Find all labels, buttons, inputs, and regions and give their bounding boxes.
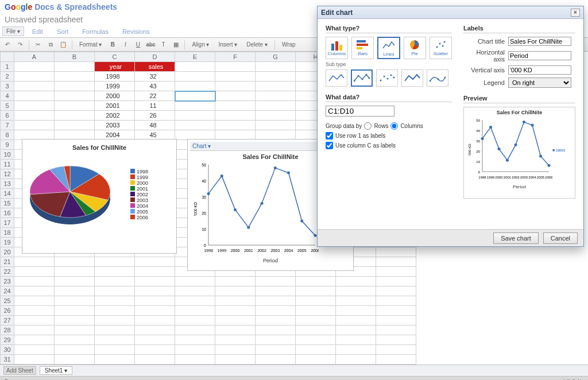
legend-select[interactable]: On right: [508, 77, 571, 88]
add-sheet-button[interactable]: Add Sheet: [3, 366, 36, 375]
legend-label: Legend: [463, 79, 505, 86]
svg-text:1998: 1998: [204, 249, 213, 253]
svg-text:2002: 2002: [257, 249, 266, 253]
align-menu[interactable]: Align ▾: [188, 41, 212, 48]
formulas-menu[interactable]: Formulas: [76, 26, 114, 37]
paste-icon[interactable]: 📋: [58, 40, 68, 50]
svg-point-7: [247, 226, 250, 229]
product-name: Docs & Spreadsheets: [34, 2, 117, 11]
svg-point-33: [436, 46, 438, 48]
type-columns[interactable]: Columns: [326, 37, 348, 59]
svg-point-11: [274, 166, 277, 169]
svg-point-43: [384, 76, 385, 77]
sheet-tab[interactable]: Sheet1 ▾: [40, 366, 72, 375]
file-menu[interactable]: File ▾: [2, 26, 24, 36]
use-row1-checkbox[interactable]: [326, 132, 333, 139]
svg-text:2003: 2003: [520, 176, 528, 179]
svg-text:2005: 2005: [537, 176, 545, 179]
svg-text:'000 KD: '000 KD: [194, 202, 198, 216]
close-icon[interactable]: ×: [571, 9, 580, 17]
use-colc-checkbox[interactable]: [326, 142, 333, 149]
group-rows-radio[interactable]: [364, 122, 372, 130]
what-type-label: What type?: [326, 25, 452, 33]
subtype-4[interactable]: [401, 69, 423, 87]
svg-point-44: [387, 78, 389, 80]
cancel-button[interactable]: Cancel: [543, 232, 578, 244]
type-bars[interactable]: Bars: [351, 37, 374, 59]
svg-point-9: [261, 202, 264, 205]
group-by-row: Group data by Rows Columns: [326, 122, 452, 130]
delete-menu[interactable]: Delete ▾: [243, 41, 271, 48]
svg-point-3: [220, 175, 223, 177]
svg-point-48: [438, 79, 439, 80]
svg-text:40: 40: [476, 129, 480, 133]
svg-point-60: [523, 121, 525, 123]
svg-point-40: [366, 74, 368, 76]
svg-text:1999: 1999: [217, 249, 226, 253]
svg-point-34: [439, 43, 441, 45]
subtype-1[interactable]: [326, 69, 347, 87]
bold-icon[interactable]: B: [107, 40, 118, 50]
copy-icon[interactable]: ⧉: [45, 40, 56, 50]
preview-box: Sales For ChillNite 19981999200020012002…: [463, 107, 575, 199]
group-cols-radio[interactable]: [390, 122, 398, 130]
svg-point-50: [481, 137, 484, 140]
svg-point-54: [498, 148, 501, 150]
edit-menu[interactable]: Edit: [26, 26, 49, 37]
bg-color-icon[interactable]: ▦: [171, 40, 181, 50]
haxis-label: Horizontal axis: [463, 49, 505, 63]
svg-text:2004: 2004: [284, 249, 293, 253]
edit-chart-dialog: Edit chart × What type? Columns Bars Lin…: [317, 6, 584, 247]
wrap-toggle[interactable]: Wrap: [278, 41, 299, 48]
vaxis-input[interactable]: [508, 65, 571, 75]
svg-text:30: 30: [476, 139, 480, 143]
sub-type-label: Sub type: [326, 61, 452, 67]
subtype-3[interactable]: [376, 69, 398, 87]
undo-icon[interactable]: ↶: [2, 40, 13, 50]
redo-icon[interactable]: ↷: [15, 40, 25, 50]
underline-icon[interactable]: U: [133, 40, 143, 50]
type-lines[interactable]: Lines: [377, 37, 400, 59]
svg-point-35: [442, 45, 444, 47]
svg-point-52: [489, 126, 492, 129]
line-svg: 1998199920002001200220032004200520060102…: [192, 160, 319, 258]
svg-rect-31: [357, 47, 362, 49]
strike-icon[interactable]: abc: [145, 40, 156, 50]
type-pie[interactable]: Pie: [404, 37, 426, 59]
chart-title-input[interactable]: [508, 37, 571, 46]
svg-text:50: 50: [476, 119, 480, 122]
italic-icon[interactable]: I: [120, 40, 130, 50]
revisions-menu[interactable]: Revisions: [117, 26, 156, 37]
svg-point-62: [531, 124, 534, 127]
svg-point-39: [362, 79, 363, 80]
text-color-icon[interactable]: T: [158, 40, 168, 50]
svg-point-1: [207, 192, 210, 195]
cut-icon[interactable]: ✂: [33, 40, 43, 50]
format-menu[interactable]: Format ▾: [76, 41, 105, 48]
svg-text:2003: 2003: [270, 249, 280, 253]
pie-chart[interactable]: Sales for ChillNite 19981999200020012002…: [22, 139, 177, 254]
what-data-label: What data?: [326, 94, 452, 102]
sort-menu[interactable]: Sort: [51, 26, 74, 37]
svg-point-46: [393, 77, 395, 79]
status-bar: Done V1.2.1h: [0, 377, 588, 380]
svg-point-15: [300, 220, 303, 223]
subtype-2[interactable]: [351, 69, 373, 87]
svg-rect-29: [357, 40, 366, 42]
insert-menu[interactable]: Insert ▾: [215, 41, 241, 48]
svg-text:0: 0: [478, 170, 481, 174]
svg-point-56: [506, 159, 509, 162]
dialog-title: Edit chart: [321, 9, 353, 17]
haxis-input[interactable]: [508, 51, 571, 60]
dialog-button-bar: Save chart Cancel: [318, 229, 583, 246]
data-range-input[interactable]: [326, 106, 394, 117]
subtype-5[interactable]: [427, 69, 448, 87]
save-chart-button[interactable]: Save chart: [493, 232, 539, 244]
svg-rect-26: [331, 44, 334, 51]
svg-point-64: [539, 155, 542, 158]
pie-legend: 199819992000200120022003200420052006: [130, 169, 148, 220]
dialog-title-bar[interactable]: Edit chart ×: [318, 6, 583, 19]
type-scatter[interactable]: Scatter: [430, 37, 452, 59]
svg-point-42: [380, 80, 382, 82]
sheet-footer: Add Sheet Sheet1 ▾: [0, 365, 588, 377]
